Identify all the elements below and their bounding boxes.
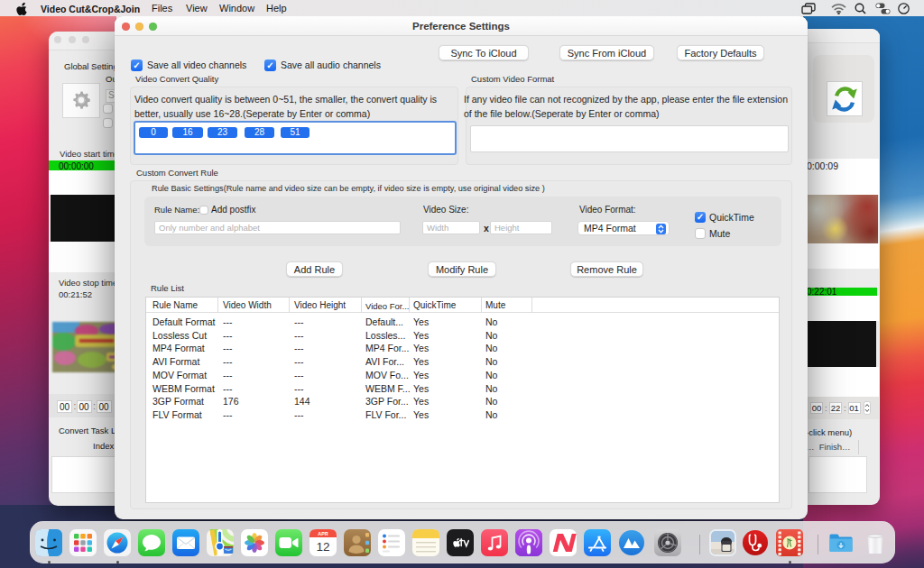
svg-text:APR: APR (318, 531, 328, 536)
svg-text:12: 12 (316, 540, 329, 554)
